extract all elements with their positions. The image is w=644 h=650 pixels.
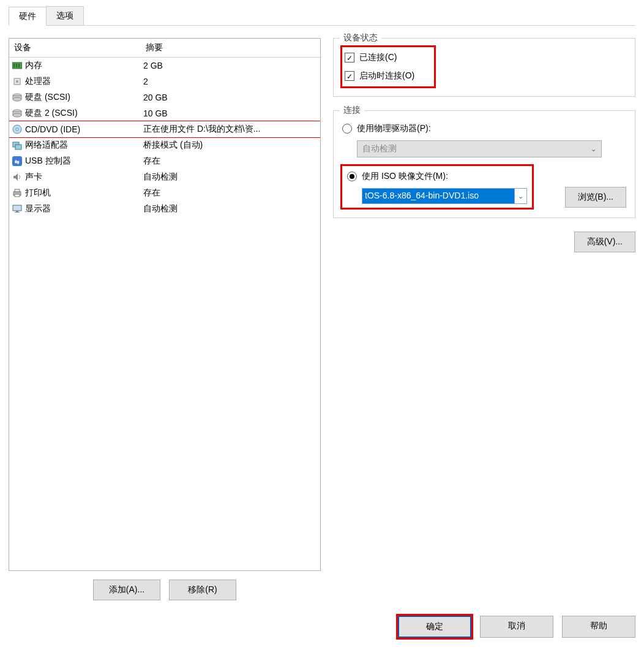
dialog-buttons: 确定 取消 帮助 bbox=[0, 610, 644, 650]
connection-legend: 连接 bbox=[340, 105, 364, 116]
device-name: CD/DVD (IDE) bbox=[25, 124, 80, 134]
svg-text:⇆: ⇆ bbox=[15, 159, 20, 165]
device-name: 网络适配器 bbox=[25, 140, 68, 151]
checkbox-connected-label: 已连接(C) bbox=[359, 52, 397, 63]
svg-rect-21 bbox=[13, 205, 21, 211]
tab-hardware[interactable]: 硬件 bbox=[9, 7, 47, 26]
cd-icon bbox=[12, 124, 23, 134]
device-name: 硬盘 (SCSI) bbox=[25, 92, 70, 103]
device-row[interactable]: 显示器自动检测 bbox=[9, 201, 320, 217]
svg-rect-20 bbox=[15, 194, 20, 197]
cancel-button[interactable]: 取消 bbox=[480, 616, 553, 638]
device-summary: 存在 bbox=[143, 156, 318, 167]
svg-rect-15 bbox=[15, 145, 21, 149]
svg-rect-3 bbox=[18, 64, 20, 67]
checkbox-icon bbox=[345, 53, 354, 62]
tabs-bar: 硬件 选项 bbox=[0, 0, 644, 26]
cpu-icon bbox=[12, 77, 23, 86]
device-row[interactable]: 硬盘 2 (SCSI)10 GB bbox=[9, 105, 320, 121]
svg-point-11 bbox=[13, 113, 21, 117]
checkbox-connected[interactable]: 已连接(C) bbox=[345, 48, 432, 67]
sound-icon bbox=[12, 172, 23, 182]
device-summary: 存在 bbox=[143, 187, 318, 198]
tab-options[interactable]: 选项 bbox=[46, 6, 84, 25]
remove-button[interactable]: 移除(R) bbox=[169, 580, 236, 600]
radio-icon bbox=[347, 172, 357, 181]
header-summary[interactable]: 摘要 bbox=[141, 39, 320, 57]
checkbox-icon bbox=[345, 71, 354, 81]
device-status-group: 设备状态 已连接(C) 启动时连接(O) bbox=[333, 38, 635, 97]
browse-button[interactable]: 浏览(B)... bbox=[565, 187, 626, 208]
radio-icon bbox=[342, 124, 352, 134]
device-row[interactable]: 硬盘 (SCSI)20 GB bbox=[9, 89, 320, 105]
header-device[interactable]: 设备 bbox=[9, 39, 141, 57]
device-summary: 20 GB bbox=[143, 93, 318, 102]
chevron-down-icon: ⌄ bbox=[514, 189, 526, 203]
radio-physical-label: 使用物理驱动器(P): bbox=[357, 123, 431, 134]
memory-icon bbox=[12, 61, 23, 70]
ok-button[interactable]: 确定 bbox=[398, 616, 471, 638]
disk-icon bbox=[12, 108, 23, 118]
device-summary: 桥接模式 (自动) bbox=[143, 140, 318, 151]
physical-drive-value: 自动检测 bbox=[362, 143, 397, 154]
device-row[interactable]: 处理器2 bbox=[9, 74, 320, 89]
device-row[interactable]: ⇆USB 控制器存在 bbox=[9, 153, 320, 169]
device-name: USB 控制器 bbox=[25, 156, 71, 167]
checkbox-connect-at-poweron[interactable]: 启动时连接(O) bbox=[345, 67, 432, 85]
device-name: 声卡 bbox=[25, 172, 42, 183]
iso-file-dropdown[interactable]: tOS-6.8-x86_64-bin-DVD1.iso ⌄ bbox=[362, 188, 527, 204]
network-icon bbox=[12, 140, 23, 150]
svg-rect-19 bbox=[15, 189, 20, 192]
device-summary: 2 GB bbox=[143, 61, 318, 70]
svg-point-8 bbox=[13, 97, 21, 101]
device-name: 处理器 bbox=[25, 76, 51, 87]
svg-point-13 bbox=[16, 128, 18, 130]
device-name: 打印机 bbox=[25, 187, 51, 198]
svg-rect-23 bbox=[15, 212, 20, 213]
device-row[interactable]: CD/DVD (IDE)正在使用文件 D:\我的文档\资... bbox=[9, 121, 320, 137]
svg-rect-1 bbox=[13, 64, 15, 67]
radio-physical-drive[interactable]: 使用物理驱动器(P): bbox=[342, 119, 626, 138]
device-list-header: 设备 摘要 bbox=[9, 39, 320, 58]
connection-group: 连接 使用物理驱动器(P): 自动检测 ⌄ 使用 ISO 映像文件(M): tO… bbox=[333, 110, 635, 218]
device-name: 内存 bbox=[25, 60, 42, 71]
add-button[interactable]: 添加(A)... bbox=[93, 580, 160, 600]
device-summary: 正在使用文件 D:\我的文档\资... bbox=[143, 124, 318, 135]
display-icon bbox=[12, 204, 23, 214]
svg-rect-5 bbox=[16, 80, 18, 83]
device-row[interactable]: 网络适配器桥接模式 (自动) bbox=[9, 137, 320, 153]
device-row[interactable]: 内存2 GB bbox=[9, 58, 320, 74]
svg-rect-2 bbox=[16, 64, 17, 67]
usb-icon: ⇆ bbox=[12, 156, 23, 166]
device-list: 设备 摘要 内存2 GB处理器2硬盘 (SCSI)20 GB硬盘 2 (SCSI… bbox=[9, 38, 321, 571]
device-summary: 自动检测 bbox=[143, 203, 318, 214]
device-row[interactable]: 打印机存在 bbox=[9, 185, 320, 201]
device-summary: 自动检测 bbox=[143, 172, 318, 183]
advanced-button[interactable]: 高级(V)... bbox=[574, 232, 635, 252]
device-row[interactable]: 声卡自动检测 bbox=[9, 169, 320, 185]
help-button[interactable]: 帮助 bbox=[562, 616, 635, 638]
chevron-down-icon: ⌄ bbox=[591, 145, 596, 153]
device-name: 硬盘 2 (SCSI) bbox=[25, 108, 78, 119]
iso-file-value: tOS-6.8-x86_64-bin-DVD1.iso bbox=[362, 189, 514, 203]
disk-icon bbox=[12, 93, 23, 102]
printer-icon bbox=[12, 188, 23, 198]
radio-iso-label: 使用 ISO 映像文件(M): bbox=[362, 171, 448, 182]
device-summary: 10 GB bbox=[143, 108, 318, 118]
physical-drive-dropdown: 自动检测 ⌄ bbox=[357, 140, 602, 157]
device-name: 显示器 bbox=[25, 203, 51, 214]
device-status-legend: 设备状态 bbox=[340, 32, 381, 43]
svg-rect-22 bbox=[16, 211, 18, 212]
checkbox-poweron-label: 启动时连接(O) bbox=[359, 70, 414, 81]
device-summary: 2 bbox=[143, 77, 318, 86]
radio-iso-file[interactable]: 使用 ISO 映像文件(M): bbox=[347, 170, 527, 183]
